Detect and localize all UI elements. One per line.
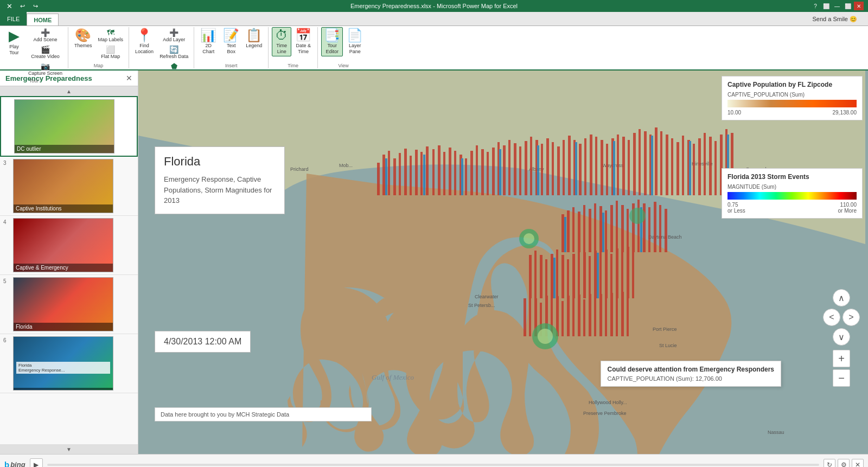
help-btn[interactable]: ? (810, 2, 820, 10)
svg-rect-128 (589, 256, 591, 298)
timeline-close-button[interactable]: ✕ (852, 459, 864, 468)
map-labels-button[interactable]: 🗺 Map Labels (96, 27, 126, 43)
scene-item[interactable]: 4 Captive & Emergency (0, 216, 138, 275)
svg-rect-48 (525, 141, 527, 195)
tab-file[interactable]: FILE (0, 11, 27, 25)
window-controls-left[interactable]: ✕ ↩ ↪ (4, 2, 40, 10)
svg-rect-73 (660, 131, 662, 195)
svg-rect-65 (617, 135, 619, 195)
2d-chart-button[interactable]: 📊 2DChart (197, 27, 219, 56)
add-layer-button[interactable]: ➕ Add Layer (157, 27, 190, 43)
maximize-btn[interactable]: ⬜ (843, 2, 853, 10)
timeline-track[interactable] (47, 464, 819, 466)
layer-buttons: 📍 FindLocation ➕ Add Layer 🔄 Refresh Dat… (132, 27, 190, 77)
sidebar-close-button[interactable]: ✕ (126, 74, 132, 82)
legend-range-storms: 0.75 or Less 110.00 or More (727, 202, 857, 214)
timeline-icon: ⏱ (275, 29, 288, 42)
nav-down-button[interactable]: ∨ (833, 328, 850, 346)
svg-rect-120 (545, 259, 547, 298)
ribbon-group-view: 📑 TourEditor 📄 LayerPane View (318, 27, 369, 68)
map-group-label: Map (94, 63, 104, 68)
zoom-out-button[interactable]: − (833, 369, 850, 387)
svg-rect-32 (438, 145, 441, 195)
timeline-play-button[interactable]: ▶ (30, 458, 43, 468)
svg-rect-46 (514, 143, 516, 195)
svg-rect-77 (682, 136, 684, 195)
svg-rect-83 (714, 141, 717, 195)
sidebar-scroll[interactable]: DC outlier 3 Captive Institutions 4 Capt… (0, 96, 138, 444)
scene-item[interactable]: 5 Florida (0, 275, 138, 334)
svg-rect-122 (556, 250, 558, 298)
themes-icon: 🎨 (75, 29, 91, 42)
timeline-settings-button[interactable]: ⚙ (838, 459, 850, 468)
svg-rect-34 (449, 148, 451, 195)
svg-rect-143 (529, 294, 531, 336)
nav-up-button[interactable]: ∧ (833, 289, 850, 306)
scroll-up-button[interactable]: ▲ (0, 86, 138, 96)
svg-rect-58 (579, 144, 582, 195)
scene-number: 4 (3, 218, 10, 225)
timestamp-box: 4/30/2013 12:00 AM (155, 331, 251, 353)
scroll-down-button[interactable]: ▼ (0, 444, 138, 454)
scene-thumbnail: FloridaEmergency Response... (13, 336, 113, 391)
svg-point-166 (629, 208, 646, 224)
minimize-btn[interactable]: — (832, 2, 842, 10)
tour-group-label: Tour (29, 78, 39, 84)
nav-right-button[interactable]: > (843, 309, 860, 326)
play-tour-button[interactable]: ▶ PlayTour (3, 27, 25, 57)
add-scene-button[interactable]: ➕ Add Scene (26, 27, 65, 43)
chart-icon: 📊 (200, 29, 216, 42)
svg-rect-31 (432, 149, 435, 195)
svg-rect-26 (404, 149, 407, 195)
florida-title: Florida (164, 155, 276, 169)
find-location-button[interactable]: 📍 FindLocation (132, 27, 156, 56)
svg-rect-158 (610, 293, 613, 336)
svg-rect-81 (704, 133, 706, 195)
timeline-refresh-button[interactable]: ↻ (824, 459, 835, 468)
tour-editor-button[interactable]: 📑 TourEditor (321, 27, 343, 56)
redo-btn[interactable]: ↪ (30, 2, 40, 10)
svg-rect-89 (461, 158, 463, 195)
nav-left-button[interactable]: < (823, 309, 840, 326)
svg-rect-131 (605, 250, 608, 298)
date-time-button[interactable]: 📅 Date &Time (292, 27, 314, 56)
time-line-button[interactable]: ⏱ TimeLine (272, 27, 291, 56)
svg-rect-161 (627, 296, 629, 336)
scene-item[interactable]: 6 FloridaEmergency Response... (0, 334, 138, 393)
tab-home[interactable]: HOME (27, 14, 59, 25)
layer-pane-icon: 📄 (347, 29, 363, 42)
text-box-icon: 📝 (223, 29, 239, 42)
svg-rect-102 (589, 209, 591, 252)
map-area[interactable]: Gulf of Mexico Albany Waycross Hinesvill… (138, 71, 868, 454)
restore-btn[interactable]: ⬜ (821, 2, 831, 10)
svg-rect-87 (385, 158, 387, 195)
svg-rect-56 (568, 136, 571, 195)
scene-item[interactable]: DC outlier (0, 96, 138, 157)
undo-btn[interactable]: ↩ (17, 2, 27, 10)
svg-rect-52 (546, 138, 549, 195)
svg-rect-157 (605, 298, 607, 336)
svg-rect-75 (671, 138, 673, 195)
refresh-data-button[interactable]: 🔄 Refresh Data (157, 44, 190, 60)
flat-map-button[interactable]: ⬜ Flat Map (96, 44, 126, 60)
scene-item[interactable]: 3 Captive Institutions (0, 157, 138, 216)
text-box-button[interactable]: 📝 TextBox (220, 27, 242, 56)
themes-button[interactable]: 🎨 Themes (72, 27, 95, 50)
svg-rect-119 (540, 255, 542, 298)
capture-screen-button[interactable]: 📷 Capture Screen (26, 61, 65, 77)
svg-rect-141 (597, 253, 599, 298)
send-smile[interactable]: Send a Smile 😊 (813, 15, 857, 22)
svg-rect-66 (622, 137, 625, 195)
zoom-in-button[interactable]: + (833, 350, 850, 367)
legend-button[interactable]: 📋 Legend (243, 27, 265, 50)
svg-rect-61 (595, 137, 597, 195)
close-btn[interactable]: ✕ (854, 2, 864, 10)
svg-rect-24 (393, 158, 396, 195)
svg-rect-30 (426, 146, 429, 195)
window-controls-right[interactable]: ? ⬜ — ⬜ ✕ (810, 2, 864, 10)
svg-rect-68 (633, 133, 636, 195)
excel-icon[interactable]: ✕ (4, 2, 14, 10)
svg-rect-153 (583, 299, 585, 336)
layer-pane-button[interactable]: 📄 LayerPane (344, 27, 366, 56)
create-video-button[interactable]: 🎬 Create Video (26, 44, 65, 60)
